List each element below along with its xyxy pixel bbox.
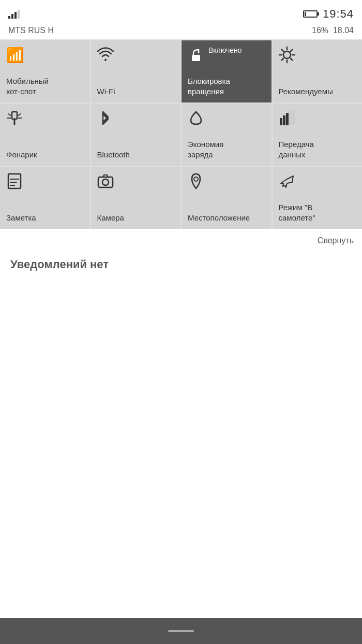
bottom-bar: [0, 618, 362, 644]
svg-point-3: [283, 51, 291, 58]
tile-wifi-label: Wi-Fi: [97, 86, 115, 97]
tile-hotspot-label: Мобильныйхот-спот: [6, 76, 49, 96]
tile-note-label: Заметка: [6, 213, 36, 223]
svg-line-11: [281, 58, 283, 61]
tile-brightness-label: Рекомендуемы: [279, 86, 333, 97]
time-display: 19:54: [323, 7, 354, 21]
airplane-icon: [278, 172, 296, 191]
tile-flashlight[interactable]: Фонарик: [0, 104, 90, 166]
svg-line-15: [18, 114, 21, 115]
note-icon: [5, 172, 24, 191]
notifications-area: Уведомлений нет: [0, 253, 362, 276]
wifi-icon: [96, 46, 115, 64]
svg-rect-18: [280, 118, 282, 125]
tile-rotation-sublabel: Включено: [208, 46, 242, 55]
svg-rect-2: [192, 55, 200, 61]
svg-rect-12: [12, 112, 17, 119]
data-icon: [278, 109, 296, 127]
tile-bluetooth[interactable]: Bluetooth: [91, 104, 181, 166]
tile-battery-saver-label: Экономиязаряда: [188, 139, 223, 159]
tile-data[interactable]: Передачаданных: [273, 104, 363, 166]
svg-rect-20: [286, 113, 289, 125]
svg-line-9: [291, 58, 293, 61]
svg-line-10: [291, 50, 293, 52]
carrier-info: 16% 18.04: [312, 26, 354, 35]
collapse-button[interactable]: Свернуть: [318, 236, 354, 245]
tile-rotation-label: Блокировкавращения: [188, 76, 230, 96]
tile-bluetooth-label: Bluetooth: [97, 150, 130, 160]
svg-line-14: [8, 114, 11, 115]
collapse-area: Свернуть: [0, 229, 362, 253]
tile-airplane-label: Режим "Всамолете": [279, 202, 315, 223]
tile-data-label: Передачаданных: [279, 139, 314, 159]
svg-line-8: [281, 50, 283, 52]
status-right: 19:54: [303, 7, 354, 21]
tile-camera-label: Камера: [97, 213, 124, 223]
tiles-grid: 📶 Мобильныйхот-спот Wi-Fi Включено Блоки…: [0, 39, 362, 229]
signal-icon: [8, 9, 20, 19]
battery-saver-icon: [187, 109, 205, 127]
status-left: [8, 9, 20, 19]
carrier-name: MTS RUS H: [8, 26, 54, 35]
tile-battery-saver[interactable]: Экономиязаряда: [182, 104, 272, 166]
svg-rect-19: [283, 115, 285, 125]
home-indicator[interactable]: [168, 630, 194, 632]
tile-note[interactable]: Заметка: [0, 167, 90, 229]
battery-icon: [303, 10, 318, 18]
tile-airplane[interactable]: Режим "Всамолете": [273, 167, 363, 229]
svg-rect-22: [292, 110, 295, 125]
tile-brightness[interactable]: Рекомендуемы: [273, 40, 363, 103]
tile-location[interactable]: Местоположение: [182, 167, 272, 229]
flashlight-icon: [5, 109, 24, 127]
carrier-bar: MTS RUS H 16% 18.04: [0, 26, 362, 39]
tile-wifi[interactable]: Wi-Fi: [91, 40, 181, 103]
svg-rect-23: [8, 174, 21, 188]
bluetooth-icon: [96, 109, 115, 127]
tile-hotspot[interactable]: 📶 Мобильныйхот-спот: [0, 40, 90, 103]
svg-point-29: [194, 177, 198, 181]
no-notifications-label: Уведомлений нет: [10, 258, 109, 271]
svg-point-1: [104, 59, 107, 61]
status-bar: 19:54: [0, 0, 362, 26]
tile-camera[interactable]: Камера: [91, 167, 181, 229]
brightness-icon: [278, 46, 296, 64]
svg-text:📶: 📶: [6, 47, 24, 64]
hotspot-icon: 📶: [5, 46, 24, 64]
rotation-icon: [187, 46, 205, 64]
location-icon: [187, 172, 205, 191]
svg-point-28: [102, 179, 109, 185]
tile-location-label: Местоположение: [188, 213, 250, 223]
camera-icon: [96, 172, 115, 191]
svg-rect-21: [289, 111, 292, 125]
tile-flashlight-label: Фонарик: [6, 150, 37, 160]
tile-rotation[interactable]: Включено Блокировкавращения: [182, 40, 272, 103]
